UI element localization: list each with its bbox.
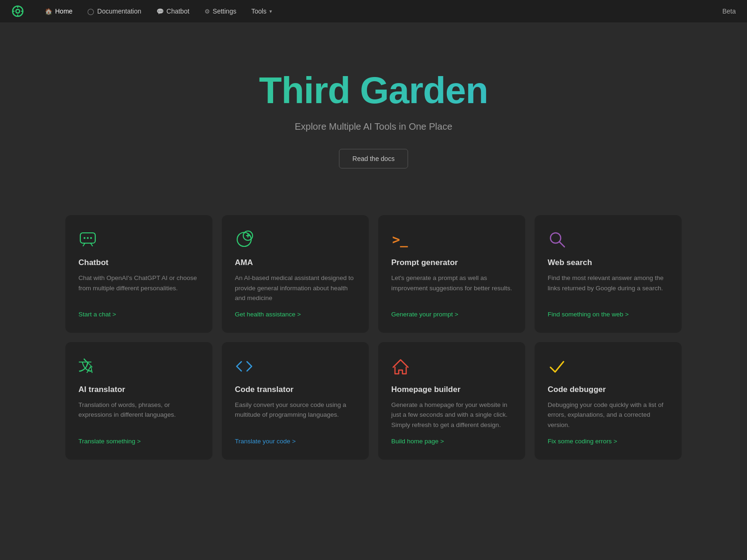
card-link-chatbot[interactable]: Start a chat > — [78, 311, 199, 318]
card-title-debugger: Code debugger — [548, 385, 669, 394]
card-title-websearch: Web search — [548, 258, 669, 267]
card-translator[interactable]: 文 A AI translator Translation of words, … — [65, 342, 212, 460]
cards-row-1: Chatbot Chat with OpenAI's ChatGPT AI or… — [65, 215, 682, 333]
chatbot-icon — [78, 230, 199, 249]
card-desc-homepage: Generate a homepage for your website in … — [391, 400, 512, 430]
card-code-translator[interactable]: Code translator Easily convert your sour… — [222, 342, 369, 460]
nav-item-documentation[interactable]: ◯ Documentation — [82, 5, 147, 18]
card-desc-ama: An AI-based medical assistant designed t… — [235, 273, 356, 303]
nav-label-documentation: Documentation — [97, 7, 141, 15]
websearch-icon — [548, 230, 669, 249]
chat-nav-icon: 💬 — [156, 8, 164, 15]
nav-item-settings[interactable]: ⚙ Settings — [199, 5, 242, 18]
svg-point-7 — [84, 237, 85, 239]
nav-item-tools[interactable]: Tools ▾ — [246, 5, 278, 18]
svg-line-16 — [559, 242, 564, 247]
card-link-code-translator[interactable]: Translate your code > — [235, 438, 356, 445]
card-desc-code-translator: Easily convert your source code using a … — [235, 400, 356, 430]
card-desc-debugger: Debugging your code quickly with a list … — [548, 400, 669, 430]
svg-point-1 — [16, 9, 20, 13]
card-link-debugger[interactable]: Fix some coding errors > — [548, 438, 669, 445]
card-link-websearch[interactable]: Find something on the web > — [548, 311, 669, 318]
card-homepage[interactable]: Homepage builder Generate a homepage for… — [378, 342, 525, 460]
homepage-icon — [391, 357, 512, 376]
svg-text:A: A — [86, 364, 93, 375]
nav-label-tools: Tools — [251, 7, 267, 15]
chevron-down-icon: ▾ — [269, 8, 272, 14]
card-link-ama[interactable]: Get health assistance > — [235, 311, 356, 318]
svg-point-10 — [237, 232, 251, 246]
svg-point-9 — [90, 237, 92, 239]
card-title-translator: AI translator — [78, 385, 199, 394]
svg-point-8 — [87, 237, 89, 239]
logo[interactable] — [11, 5, 24, 18]
logo-icon — [11, 5, 24, 18]
hero-title: Third Garden — [0, 69, 747, 112]
home-icon: 🏠 — [45, 8, 52, 15]
card-prompt[interactable]: >_ Prompt generator Let's generate a pro… — [378, 215, 525, 333]
ama-icon — [235, 230, 356, 249]
card-title-ama: AMA — [235, 258, 356, 267]
nav-item-home[interactable]: 🏠 Home — [39, 5, 78, 18]
navbar: 🏠 Home ◯ Documentation 💬 Chatbot ⚙ Setti… — [0, 0, 747, 22]
card-desc-chatbot: Chat with OpenAI's ChatGPT AI or choose … — [78, 273, 199, 303]
hero-subtitle: Explore Multiple AI Tools in One Place — [0, 121, 747, 132]
nav-label-home: Home — [55, 7, 72, 15]
card-debugger[interactable]: Code debugger Debugging your code quickl… — [535, 342, 682, 460]
card-desc-prompt: Let's generate a prompt as well as impro… — [391, 273, 512, 303]
nav-item-chatbot[interactable]: 💬 Chatbot — [151, 5, 195, 18]
card-chatbot[interactable]: Chatbot Chat with OpenAI's ChatGPT AI or… — [65, 215, 212, 333]
settings-icon: ⚙ — [204, 8, 210, 15]
nav-label-chatbot: Chatbot — [167, 7, 190, 15]
hero-section: Third Garden Explore Multiple AI Tools i… — [0, 22, 747, 206]
card-title-chatbot: Chatbot — [78, 258, 199, 267]
cards-row-2: 文 A AI translator Translation of words, … — [65, 342, 682, 460]
svg-text:>_: >_ — [392, 232, 408, 247]
card-websearch[interactable]: Web search Find the most relevant answer… — [535, 215, 682, 333]
cards-section: Chatbot Chat with OpenAI's ChatGPT AI or… — [0, 206, 747, 497]
card-link-homepage[interactable]: Build home page > — [391, 438, 512, 445]
translator-icon: 文 A — [78, 357, 199, 376]
debugger-icon — [548, 357, 669, 376]
nav-label-settings: Settings — [213, 7, 237, 15]
code-translator-icon — [235, 357, 356, 376]
card-link-translator[interactable]: Translate something > — [78, 438, 199, 445]
card-link-prompt[interactable]: Generate your prompt > — [391, 311, 512, 318]
card-ama[interactable]: AMA An AI-based medical assistant design… — [222, 215, 369, 333]
beta-badge: Beta — [722, 7, 736, 15]
nav-links: 🏠 Home ◯ Documentation 💬 Chatbot ⚙ Setti… — [39, 5, 707, 18]
card-title-code-translator: Code translator — [235, 385, 356, 394]
card-title-homepage: Homepage builder — [391, 385, 512, 394]
prompt-icon: >_ — [391, 230, 512, 249]
documentation-icon: ◯ — [87, 8, 94, 15]
read-docs-button[interactable]: Read the docs — [339, 149, 408, 168]
card-desc-translator: Translation of words, phrases, or expres… — [78, 400, 199, 430]
card-title-prompt: Prompt generator — [391, 258, 512, 267]
card-desc-websearch: Find the most relevant answer among the … — [548, 273, 669, 303]
